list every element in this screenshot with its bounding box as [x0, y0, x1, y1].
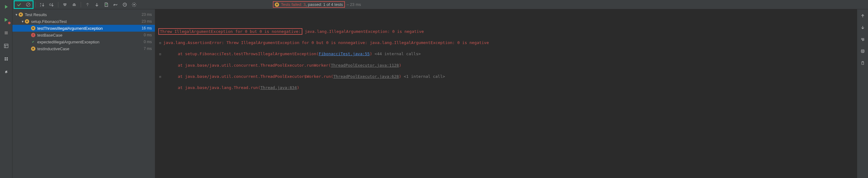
trace-suffix: ) — [399, 74, 401, 79]
svg-text:z: z — [40, 5, 41, 7]
test-toolbar: az ✕ — [12, 0, 868, 9]
svg-text:a: a — [40, 2, 41, 5]
trace-prefix: at java.base/java.util.concurrent.Thread… — [163, 63, 331, 68]
chevron-down-icon: ▼ — [14, 13, 19, 16]
print-button[interactable] — [859, 48, 866, 55]
debug-tests-button[interactable] — [2, 16, 10, 24]
tests-passed-count: 1 — [323, 2, 326, 7]
svg-rect-7 — [6, 59, 8, 61]
tree-test-time: 0 ms — [144, 33, 152, 37]
tree-test-time: 16 ms — [142, 26, 152, 30]
warn-status-icon: ✕ — [31, 26, 35, 30]
console-output[interactable]: Threw IllegalArgumentException for 0 but… — [155, 9, 857, 178]
tests-total-label: of 4 tests — [327, 2, 343, 7]
tree-test-label: testThrowsIllegalArgumentException — [37, 26, 142, 31]
console-assertion: java.lang.AssertionError: Threw IllegalA… — [163, 40, 489, 45]
settings-button[interactable] — [130, 1, 138, 8]
expand-all-button[interactable] — [61, 1, 69, 8]
trace-note: <1 internal call> — [401, 74, 445, 79]
trace-prefix: at setup.FibonacciTest.testThrowsIllegal… — [163, 51, 319, 56]
trace-prefix: at java.base/java.util.concurrent.Thread… — [163, 74, 333, 79]
svg-point-12 — [49, 4, 51, 6]
tree-suite-label: setup.FibonacciTest — [31, 19, 142, 24]
test-tree-panel: ▼ ✕ Test Results 23 ms ▼ ✕ setup.Fibonac… — [12, 9, 155, 178]
tests-failed-label: Tests failed: — [281, 2, 302, 7]
svg-rect-6 — [5, 59, 6, 61]
show-passed-toggle[interactable] — [15, 1, 23, 8]
chevron-down-icon: ▼ — [21, 20, 25, 23]
tree-test-item[interactable]: ✕ testInductiveCase 7 ms — [12, 45, 155, 52]
tests-failed-count: 3 — [303, 2, 306, 7]
sort-alpha-button[interactable]: az — [38, 1, 46, 8]
svg-rect-1 — [4, 44, 8, 48]
tree-test-time: 0 ms — [144, 40, 152, 44]
run-button[interactable] — [2, 3, 10, 10]
fold-toggle[interactable]: ⊞ — [158, 52, 162, 57]
test-status-summary: ✕ Tests failed: 3, passed: 1 of 4 tests … — [273, 1, 361, 8]
scroll-up-button[interactable] — [859, 12, 866, 19]
watch-button[interactable] — [121, 1, 129, 8]
scroll-down-button[interactable] — [859, 24, 866, 31]
layout-button[interactable] — [2, 42, 10, 49]
trace-note: <44 internal calls> — [372, 51, 421, 56]
console-header-tail: java.lang.IllegalArgumentException: 0 is… — [302, 29, 424, 34]
prev-failure-button[interactable] — [84, 1, 92, 8]
source-link[interactable]: FibonacciTest.java:55 — [319, 51, 370, 56]
pin-button[interactable] — [2, 68, 10, 76]
pass-status-icon: ✔ — [31, 40, 35, 44]
fold-toggle[interactable]: ⊞ — [158, 74, 162, 79]
tree-test-label: testInductiveCase — [37, 46, 144, 51]
tree-test-label: expectedIllegalArgumentException — [37, 40, 144, 44]
warn-status-icon: ✕ — [19, 12, 23, 17]
svg-rect-5 — [6, 57, 8, 59]
tree-test-item[interactable]: ! testBaseCase 0 ms — [12, 32, 155, 38]
tree-suite[interactable]: ▼ ✕ setup.FibonacciTest 23 ms — [12, 18, 155, 25]
trace-prefix: at java.base/java.lang.Thread.run( — [163, 85, 260, 90]
trace-suffix: ) — [399, 63, 401, 68]
error-status-icon: ! — [31, 33, 35, 37]
tree-test-time: 7 ms — [144, 46, 152, 51]
tests-elapsed: – 23 ms — [347, 2, 361, 7]
fold-toggle[interactable]: ⊞ — [158, 41, 162, 45]
tree-root[interactable]: ▼ ✕ Test Results 23 ms — [12, 11, 155, 18]
tests-passed-label: , passed: — [306, 2, 322, 7]
import-results-button[interactable] — [112, 1, 120, 8]
next-failure-button[interactable] — [93, 1, 101, 8]
soft-wrap-button[interactable] — [859, 36, 866, 43]
warn-status-icon: ✕ — [31, 46, 35, 51]
warn-status-icon: ✕ — [25, 19, 29, 24]
tree-root-time: 23 ms — [142, 12, 152, 17]
clear-button[interactable] — [859, 60, 866, 66]
tree-test-item[interactable]: ✕ testThrowsIllegalArgumentException 16 … — [12, 25, 155, 32]
fail-status-icon: ✕ — [275, 2, 279, 7]
tree-test-item[interactable]: ✔ expectedIllegalArgumentException 0 ms — [12, 38, 155, 45]
export-results-button[interactable] — [102, 1, 110, 8]
svg-line-9 — [27, 3, 30, 6]
source-link[interactable]: ThreadPoolExecutor.java:628 — [333, 74, 399, 79]
tree-suite-time: 23 ms — [142, 19, 152, 24]
source-link[interactable]: Thread.java:834 — [260, 85, 297, 90]
tree-test-label: testBaseCase — [37, 33, 144, 38]
console-header-msg: Threw IllegalArgumentException for 0 but… — [160, 29, 301, 34]
sort-duration-button[interactable] — [48, 1, 56, 8]
trace-suffix: ) — [297, 85, 299, 90]
tree-root-label: Test Results — [25, 12, 142, 17]
history-button[interactable] — [2, 55, 10, 63]
svg-point-20 — [133, 4, 135, 5]
stop-button[interactable] — [2, 29, 10, 37]
console-right-toolbar — [857, 9, 868, 178]
show-ignored-toggle[interactable] — [24, 1, 32, 8]
svg-rect-4 — [5, 57, 6, 59]
collapse-all-button[interactable] — [70, 1, 78, 8]
left-vertical-toolbar — [0, 0, 12, 178]
svg-rect-0 — [5, 31, 8, 34]
source-link[interactable]: ThreadPoolExecutor.java:1128 — [331, 63, 399, 68]
trace-suffix: ) — [370, 51, 372, 56]
